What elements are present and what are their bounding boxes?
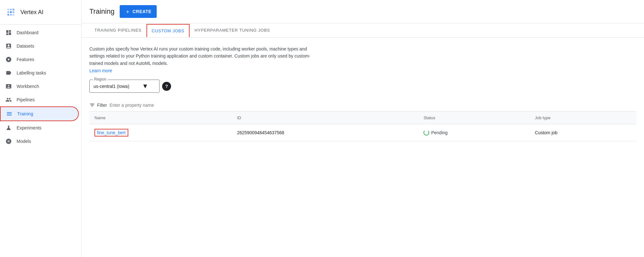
training-icon (6, 110, 13, 117)
plus-icon: ＋ (125, 8, 131, 15)
learn-more-link[interactable]: Learn more (89, 68, 112, 73)
sidebar-item-labelling[interactable]: Labelling tasks (0, 66, 79, 80)
svg-rect-4 (7, 11, 9, 13)
sidebar-label-models: Models (17, 139, 31, 144)
tab-training-pipelines[interactable]: TRAINING PIPELINES (89, 23, 146, 38)
svg-rect-3 (12, 9, 14, 10)
filter-input[interactable] (109, 103, 636, 108)
job-name-link[interactable]: fine_tune_bert (94, 129, 128, 136)
sidebar-label-workbench: Workbench (17, 84, 39, 89)
filter-bar: Filter (89, 99, 636, 112)
sidebar: Vertex AI Dashboard Datasets Features La… (0, 0, 82, 257)
models-icon (5, 138, 12, 145)
sidebar-item-dashboard[interactable]: Dashboard (0, 26, 79, 39)
pending-spinner (423, 130, 429, 136)
content-area: Custom jobs specify how Vertex AI runs y… (82, 38, 644, 257)
dashboard-icon (5, 29, 12, 36)
job-name-cell[interactable]: fine_tune_bert (89, 124, 232, 141)
svg-rect-8 (10, 14, 11, 15)
workbench-icon (5, 83, 12, 90)
svg-rect-7 (7, 14, 9, 15)
region-value: us-central1 (Iowa) (94, 84, 129, 89)
sidebar-item-pipelines[interactable]: Pipelines (0, 93, 79, 106)
svg-rect-2 (10, 9, 11, 10)
col-header-name: Name (89, 112, 232, 124)
sidebar-item-datasets[interactable]: Datasets (0, 39, 79, 53)
app-header: Vertex AI (0, 3, 81, 23)
pipelines-icon (5, 96, 12, 103)
filter-label: Filter (97, 103, 107, 108)
sidebar-item-experiments[interactable]: Experiments (0, 121, 79, 135)
svg-rect-9 (12, 14, 14, 15)
filter-icon: Filter (89, 102, 107, 108)
svg-rect-1 (7, 9, 9, 10)
jobs-table: Name ID Status Job type fine_tune_bert 2… (89, 112, 636, 141)
app-logo (5, 6, 17, 18)
page-header: Training ＋ CREATE (82, 0, 644, 23)
sidebar-label-dashboard: Dashboard (17, 30, 39, 35)
col-header-id: ID (232, 112, 418, 124)
experiments-icon (5, 124, 12, 131)
region-help-button[interactable]: ? (162, 82, 171, 91)
main-content: Training ＋ CREATE TRAINING PIPELINES CUS… (82, 0, 644, 257)
region-select-wrapper: Region us-central1 (Iowa) ▼ ? (89, 80, 171, 93)
sidebar-label-experiments: Experiments (17, 125, 41, 130)
datasets-icon (5, 43, 12, 50)
region-dropdown-arrow: ▼ (142, 82, 148, 90)
col-header-job-type: Job type (530, 112, 636, 124)
sidebar-item-workbench[interactable]: Workbench (0, 80, 79, 93)
table-row: fine_tune_bert 262590094845463756​8 Pend… (89, 124, 636, 141)
region-container: Region us-central1 (Iowa) ▼ ? (89, 80, 636, 93)
create-button[interactable]: ＋ CREATE (120, 5, 157, 18)
job-type-cell: Custom job (530, 124, 636, 141)
tab-hyperparameter-tuning[interactable]: HYPERPARAMETER TUNING JOBS (190, 23, 275, 38)
job-status-cell: Pending (418, 124, 530, 141)
create-button-label: CREATE (132, 9, 152, 14)
col-header-status: Status (418, 112, 530, 124)
svg-rect-6 (12, 11, 14, 13)
sidebar-label-pipelines: Pipelines (17, 97, 35, 102)
region-select[interactable]: Region us-central1 (Iowa) ▼ (89, 80, 160, 93)
sidebar-item-models[interactable]: Models (0, 135, 79, 148)
tab-custom-jobs[interactable]: CUSTOM JOBS (146, 24, 189, 37)
features-icon (5, 56, 12, 63)
sidebar-label-features: Features (17, 57, 34, 62)
job-id-cell: 262590094845463756​8 (232, 124, 418, 141)
svg-rect-5 (10, 11, 11, 13)
description-text: Custom jobs specify how Vertex AI runs y… (89, 45, 313, 67)
sidebar-label-datasets: Datasets (17, 43, 34, 49)
status-pending: Pending (423, 130, 525, 136)
sidebar-label-labelling: Labelling tasks (17, 70, 46, 75)
sidebar-item-training[interactable]: Training (0, 106, 79, 121)
tab-bar: TRAINING PIPELINES CUSTOM JOBS HYPERPARA… (82, 23, 644, 38)
region-label: Region (93, 77, 108, 82)
sidebar-label-training: Training (17, 111, 33, 116)
page-title: Training (89, 7, 115, 16)
labelling-icon (5, 69, 12, 76)
sidebar-item-features[interactable]: Features (0, 53, 79, 66)
status-label: Pending (431, 130, 447, 135)
app-title: Vertex AI (20, 9, 43, 16)
sidebar-divider (0, 24, 81, 25)
